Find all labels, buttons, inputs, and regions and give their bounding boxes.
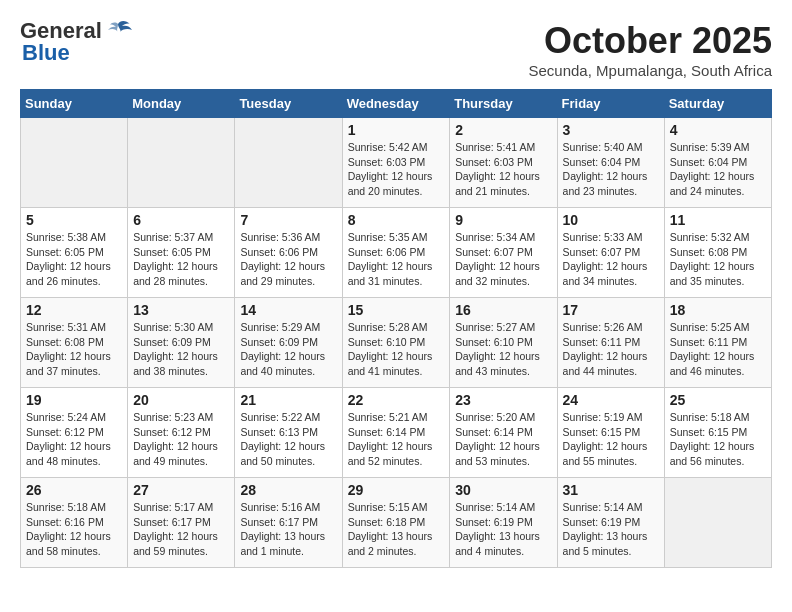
day-number: 10 (563, 212, 659, 228)
day-number: 16 (455, 302, 551, 318)
day-info: Sunrise: 5:20 AM Sunset: 6:14 PM Dayligh… (455, 410, 551, 469)
day-info: Sunrise: 5:32 AM Sunset: 6:08 PM Dayligh… (670, 230, 766, 289)
day-info: Sunrise: 5:40 AM Sunset: 6:04 PM Dayligh… (563, 140, 659, 199)
calendar-week-3: 12Sunrise: 5:31 AM Sunset: 6:08 PM Dayli… (21, 298, 772, 388)
day-number: 11 (670, 212, 766, 228)
day-number: 31 (563, 482, 659, 498)
logo: General Blue (20, 20, 132, 64)
calendar-cell: 3Sunrise: 5:40 AM Sunset: 6:04 PM Daylig… (557, 118, 664, 208)
calendar-cell: 1Sunrise: 5:42 AM Sunset: 6:03 PM Daylig… (342, 118, 450, 208)
calendar-cell: 19Sunrise: 5:24 AM Sunset: 6:12 PM Dayli… (21, 388, 128, 478)
day-number: 8 (348, 212, 445, 228)
day-info: Sunrise: 5:14 AM Sunset: 6:19 PM Dayligh… (455, 500, 551, 559)
day-info: Sunrise: 5:19 AM Sunset: 6:15 PM Dayligh… (563, 410, 659, 469)
header: General Blue October 2025 Secunda, Mpuma… (20, 20, 772, 79)
day-number: 3 (563, 122, 659, 138)
calendar-cell: 29Sunrise: 5:15 AM Sunset: 6:18 PM Dayli… (342, 478, 450, 568)
day-number: 19 (26, 392, 122, 408)
day-info: Sunrise: 5:23 AM Sunset: 6:12 PM Dayligh… (133, 410, 229, 469)
calendar-cell: 11Sunrise: 5:32 AM Sunset: 6:08 PM Dayli… (664, 208, 771, 298)
calendar-cell: 31Sunrise: 5:14 AM Sunset: 6:19 PM Dayli… (557, 478, 664, 568)
day-number: 17 (563, 302, 659, 318)
calendar-cell: 28Sunrise: 5:16 AM Sunset: 6:17 PM Dayli… (235, 478, 342, 568)
day-info: Sunrise: 5:39 AM Sunset: 6:04 PM Dayligh… (670, 140, 766, 199)
day-number: 9 (455, 212, 551, 228)
day-number: 23 (455, 392, 551, 408)
calendar-cell: 21Sunrise: 5:22 AM Sunset: 6:13 PM Dayli… (235, 388, 342, 478)
calendar-week-1: 1Sunrise: 5:42 AM Sunset: 6:03 PM Daylig… (21, 118, 772, 208)
weekday-header-wednesday: Wednesday (342, 90, 450, 118)
day-info: Sunrise: 5:28 AM Sunset: 6:10 PM Dayligh… (348, 320, 445, 379)
calendar-cell: 10Sunrise: 5:33 AM Sunset: 6:07 PM Dayli… (557, 208, 664, 298)
weekday-header-thursday: Thursday (450, 90, 557, 118)
logo-general-text: General (20, 20, 102, 42)
day-number: 22 (348, 392, 445, 408)
title-section: October 2025 Secunda, Mpumalanga, South … (529, 20, 773, 79)
weekday-header-tuesday: Tuesday (235, 90, 342, 118)
day-number: 24 (563, 392, 659, 408)
day-number: 20 (133, 392, 229, 408)
calendar-cell: 25Sunrise: 5:18 AM Sunset: 6:15 PM Dayli… (664, 388, 771, 478)
day-info: Sunrise: 5:15 AM Sunset: 6:18 PM Dayligh… (348, 500, 445, 559)
day-info: Sunrise: 5:42 AM Sunset: 6:03 PM Dayligh… (348, 140, 445, 199)
calendar-cell: 26Sunrise: 5:18 AM Sunset: 6:16 PM Dayli… (21, 478, 128, 568)
day-info: Sunrise: 5:35 AM Sunset: 6:06 PM Dayligh… (348, 230, 445, 289)
calendar-cell (664, 478, 771, 568)
calendar-header: SundayMondayTuesdayWednesdayThursdayFrid… (21, 90, 772, 118)
day-number: 1 (348, 122, 445, 138)
day-info: Sunrise: 5:27 AM Sunset: 6:10 PM Dayligh… (455, 320, 551, 379)
day-info: Sunrise: 5:18 AM Sunset: 6:16 PM Dayligh… (26, 500, 122, 559)
calendar-cell: 4Sunrise: 5:39 AM Sunset: 6:04 PM Daylig… (664, 118, 771, 208)
day-info: Sunrise: 5:21 AM Sunset: 6:14 PM Dayligh… (348, 410, 445, 469)
day-number: 14 (240, 302, 336, 318)
calendar-cell: 22Sunrise: 5:21 AM Sunset: 6:14 PM Dayli… (342, 388, 450, 478)
calendar-week-5: 26Sunrise: 5:18 AM Sunset: 6:16 PM Dayli… (21, 478, 772, 568)
day-number: 7 (240, 212, 336, 228)
calendar-cell: 30Sunrise: 5:14 AM Sunset: 6:19 PM Dayli… (450, 478, 557, 568)
day-info: Sunrise: 5:31 AM Sunset: 6:08 PM Dayligh… (26, 320, 122, 379)
logo-bird-icon (104, 20, 132, 42)
weekday-header-friday: Friday (557, 90, 664, 118)
weekday-header-monday: Monday (128, 90, 235, 118)
day-info: Sunrise: 5:29 AM Sunset: 6:09 PM Dayligh… (240, 320, 336, 379)
day-number: 15 (348, 302, 445, 318)
calendar-table: SundayMondayTuesdayWednesdayThursdayFrid… (20, 89, 772, 568)
day-number: 25 (670, 392, 766, 408)
day-number: 27 (133, 482, 229, 498)
day-number: 4 (670, 122, 766, 138)
calendar-cell: 14Sunrise: 5:29 AM Sunset: 6:09 PM Dayli… (235, 298, 342, 388)
calendar-cell: 20Sunrise: 5:23 AM Sunset: 6:12 PM Dayli… (128, 388, 235, 478)
calendar-cell (235, 118, 342, 208)
month-title: October 2025 (529, 20, 773, 62)
day-info: Sunrise: 5:30 AM Sunset: 6:09 PM Dayligh… (133, 320, 229, 379)
day-info: Sunrise: 5:18 AM Sunset: 6:15 PM Dayligh… (670, 410, 766, 469)
day-info: Sunrise: 5:41 AM Sunset: 6:03 PM Dayligh… (455, 140, 551, 199)
calendar-cell: 23Sunrise: 5:20 AM Sunset: 6:14 PM Dayli… (450, 388, 557, 478)
day-info: Sunrise: 5:25 AM Sunset: 6:11 PM Dayligh… (670, 320, 766, 379)
calendar-cell: 5Sunrise: 5:38 AM Sunset: 6:05 PM Daylig… (21, 208, 128, 298)
calendar-cell: 16Sunrise: 5:27 AM Sunset: 6:10 PM Dayli… (450, 298, 557, 388)
calendar-cell: 2Sunrise: 5:41 AM Sunset: 6:03 PM Daylig… (450, 118, 557, 208)
day-number: 13 (133, 302, 229, 318)
day-number: 30 (455, 482, 551, 498)
day-info: Sunrise: 5:14 AM Sunset: 6:19 PM Dayligh… (563, 500, 659, 559)
day-number: 6 (133, 212, 229, 228)
day-number: 26 (26, 482, 122, 498)
day-number: 21 (240, 392, 336, 408)
day-info: Sunrise: 5:26 AM Sunset: 6:11 PM Dayligh… (563, 320, 659, 379)
weekday-header-row: SundayMondayTuesdayWednesdayThursdayFrid… (21, 90, 772, 118)
calendar-cell: 8Sunrise: 5:35 AM Sunset: 6:06 PM Daylig… (342, 208, 450, 298)
calendar-cell: 7Sunrise: 5:36 AM Sunset: 6:06 PM Daylig… (235, 208, 342, 298)
calendar-cell: 9Sunrise: 5:34 AM Sunset: 6:07 PM Daylig… (450, 208, 557, 298)
day-info: Sunrise: 5:17 AM Sunset: 6:17 PM Dayligh… (133, 500, 229, 559)
calendar-week-4: 19Sunrise: 5:24 AM Sunset: 6:12 PM Dayli… (21, 388, 772, 478)
calendar-cell: 17Sunrise: 5:26 AM Sunset: 6:11 PM Dayli… (557, 298, 664, 388)
calendar-cell: 15Sunrise: 5:28 AM Sunset: 6:10 PM Dayli… (342, 298, 450, 388)
calendar-cell: 24Sunrise: 5:19 AM Sunset: 6:15 PM Dayli… (557, 388, 664, 478)
day-number: 5 (26, 212, 122, 228)
location-subtitle: Secunda, Mpumalanga, South Africa (529, 62, 773, 79)
calendar-cell: 6Sunrise: 5:37 AM Sunset: 6:05 PM Daylig… (128, 208, 235, 298)
day-info: Sunrise: 5:16 AM Sunset: 6:17 PM Dayligh… (240, 500, 336, 559)
weekday-header-sunday: Sunday (21, 90, 128, 118)
day-number: 12 (26, 302, 122, 318)
